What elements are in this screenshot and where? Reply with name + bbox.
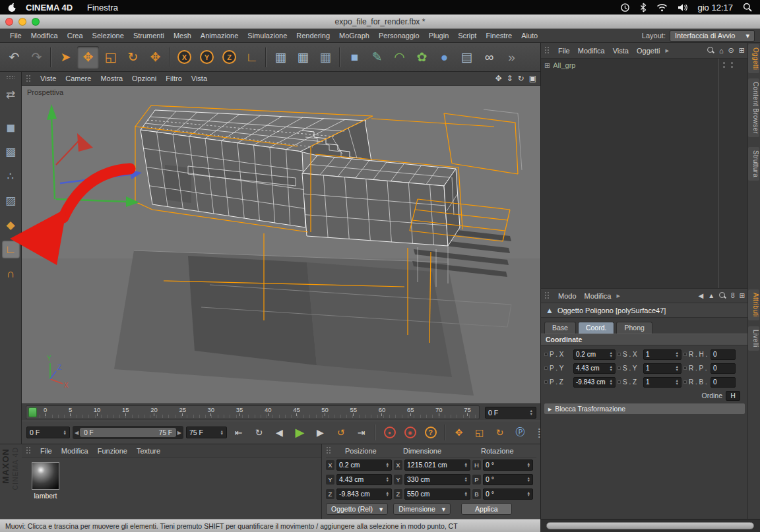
menu-item[interactable]: Modifica: [26, 32, 63, 40]
position-field[interactable]: 4.43 cm: [573, 363, 616, 374]
toggle-view-icon[interactable]: ▣: [529, 74, 536, 83]
pan-view-icon[interactable]: ✥: [495, 74, 501, 83]
side-tab[interactable]: Content Browser: [748, 78, 759, 137]
viewport-menu-item[interactable]: Viste: [36, 74, 61, 82]
side-tab[interactable]: Livelli: [748, 326, 759, 351]
axis-mode-icon[interactable]: ∟: [2, 241, 20, 258]
toolbar-separator[interactable]: [167, 47, 173, 67]
lock-dot[interactable]: [683, 367, 687, 370]
scale-field[interactable]: 1: [643, 349, 681, 360]
panel-grip[interactable]: [26, 74, 32, 83]
prev-object-icon[interactable]: ◀: [698, 292, 703, 299]
menu-item[interactable]: Script: [453, 32, 481, 40]
viewport-menu-item[interactable]: Mostra: [96, 74, 127, 82]
stepper-icon[interactable]: [386, 477, 389, 483]
panel-grip[interactable]: [326, 446, 332, 455]
viewport-menu-item[interactable]: Vista: [187, 74, 212, 82]
dimension-field[interactable]: 1215.021 cm: [404, 459, 470, 471]
viewport-menu-item[interactable]: Camere: [61, 74, 96, 82]
spotlight-icon[interactable]: [743, 3, 752, 12]
viewport[interactable]: Prospettiva: [22, 86, 540, 403]
simulation-icon[interactable]: ●: [433, 46, 455, 69]
panel-grip[interactable]: [544, 46, 550, 55]
material-menu-item[interactable]: Funzione: [93, 447, 132, 455]
rotate-tool-icon[interactable]: ↻: [122, 46, 144, 69]
menu-item[interactable]: File: [5, 32, 26, 40]
current-frame-field[interactable]: 0 F: [26, 427, 70, 438]
point-mode-icon[interactable]: ∴: [2, 167, 20, 185]
object-manager-menu-item[interactable]: Vista: [609, 47, 633, 55]
transport-separator[interactable]: [442, 425, 447, 440]
key-position-icon[interactable]: ✥: [450, 424, 468, 441]
order-dropdown[interactable]: H: [726, 391, 740, 401]
attribute-tab[interactable]: Coord.: [578, 322, 615, 334]
window-titlebar[interactable]: expo_file_for_render.fbx *: [0, 15, 760, 29]
stepper-icon[interactable]: [464, 462, 468, 468]
search-icon[interactable]: [707, 47, 714, 54]
attribute-tab[interactable]: Phong: [616, 322, 652, 334]
edge-mode-icon[interactable]: ▨: [2, 192, 20, 210]
panel-grip[interactable]: [26, 446, 32, 455]
toolbar-separator[interactable]: [48, 47, 54, 67]
position-field[interactable]: -9.843 cm: [336, 488, 392, 500]
lock-dot[interactable]: [544, 353, 548, 356]
rotate-view-icon[interactable]: ↻: [518, 74, 524, 83]
material-item[interactable]: lambert: [30, 462, 61, 500]
menu-overflow-icon[interactable]: ▸: [665, 46, 669, 55]
add-spline-icon[interactable]: ✎: [366, 46, 388, 69]
key-parameter-icon[interactable]: Ⓟ: [511, 424, 529, 441]
menu-overflow-icon[interactable]: ▸: [617, 291, 621, 300]
timeline-tick[interactable]: 20: [150, 407, 158, 416]
position-field[interactable]: -9.843 cm: [573, 377, 616, 388]
home-icon[interactable]: ⌂: [719, 47, 724, 55]
menu-item[interactable]: Simulazione: [243, 32, 292, 40]
position-field[interactable]: 4.43 cm: [336, 474, 392, 485]
timeline-tick[interactable]: 5: [69, 407, 72, 416]
cone-icon[interactable]: ▲: [708, 292, 714, 299]
horizontal-scrollbar[interactable]: [546, 522, 754, 529]
toolbar-separator[interactable]: [337, 47, 343, 67]
next-frame-icon[interactable]: ▶: [311, 424, 329, 441]
menu-item[interactable]: Plugin: [424, 32, 454, 40]
dimension-field[interactable]: 330 cm: [404, 474, 470, 485]
transport-separator[interactable]: [373, 425, 378, 440]
layer-dots[interactable]: [723, 62, 733, 64]
object-name[interactable]: All_grp: [553, 61, 575, 69]
lock-transform-bar[interactable]: ▸ Blocca Trasformazione: [544, 403, 745, 414]
rotation-field[interactable]: 0: [711, 363, 736, 374]
scale-tool-icon[interactable]: ◱: [100, 46, 121, 69]
undo-icon[interactable]: ↶: [3, 46, 25, 69]
timeline-tick[interactable]: 75: [464, 407, 471, 416]
x-axis-lock-icon[interactable]: X: [174, 46, 195, 69]
volume-icon[interactable]: [678, 3, 688, 12]
stepper-icon[interactable]: [464, 477, 468, 483]
mograph-icon[interactable]: ✿: [411, 46, 433, 69]
rotation-field[interactable]: 0 °: [483, 488, 533, 500]
visibility-dot-icon[interactable]: [723, 62, 725, 64]
menu-item[interactable]: Strumenti: [129, 32, 169, 40]
play-loop-icon[interactable]: ↺: [332, 424, 350, 441]
panel-grip[interactable]: [544, 291, 550, 300]
timeline-tick[interactable]: 10: [94, 407, 101, 416]
lock-dot[interactable]: [618, 380, 621, 384]
current-frame-marker[interactable]: [28, 407, 37, 417]
attribute-menu-item[interactable]: Modo: [554, 292, 581, 300]
object-tree-item[interactable]: ⊞ All_grp: [541, 59, 748, 72]
stepper-icon[interactable]: [676, 351, 679, 357]
stepper-icon[interactable]: [220, 430, 224, 436]
add-generator-icon[interactable]: ◠: [389, 46, 410, 69]
polygon-mode-icon[interactable]: ◆: [2, 216, 20, 234]
menu-item[interactable]: Crea: [63, 32, 88, 40]
camera-label[interactable]: Prospettiva: [27, 88, 63, 96]
stepper-icon[interactable]: [386, 462, 389, 468]
menu-item[interactable]: Animazione: [196, 32, 243, 40]
timeline-tick[interactable]: 40: [265, 407, 272, 416]
autokey-icon[interactable]: ◉: [401, 424, 419, 441]
lock-dot[interactable]: [544, 380, 548, 384]
stepper-icon[interactable]: [527, 477, 530, 483]
object-manager-menu-item[interactable]: Oggetti: [633, 47, 664, 55]
live-selection-icon[interactable]: ➤: [55, 46, 77, 69]
stepper-icon[interactable]: [676, 379, 679, 385]
position-field[interactable]: 0.2 cm: [336, 459, 392, 471]
timeline-frame-field[interactable]: 0 F: [485, 407, 536, 419]
